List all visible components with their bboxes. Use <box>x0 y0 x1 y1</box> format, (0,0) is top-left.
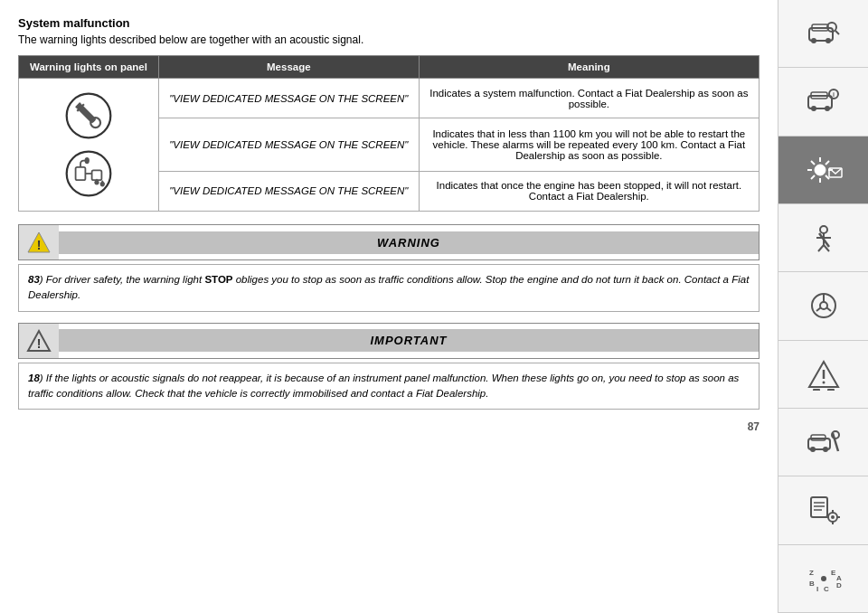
warning-banner: ! WARNING <box>18 224 760 260</box>
svg-point-22 <box>811 106 816 111</box>
steering-icon <box>804 289 844 322</box>
warning-lights-icon <box>804 154 844 186</box>
important-text: ) If the lights or acoustic signals do n… <box>28 373 739 399</box>
sidebar-item-steering[interactable] <box>778 272 868 340</box>
svg-point-49 <box>822 381 825 383</box>
car-tools-icon <box>804 426 844 458</box>
important-content: 18) If the lights or acoustic signals do… <box>18 363 760 410</box>
warning-text-before: ) For driver safety, the warning light <box>40 274 205 285</box>
svg-point-23 <box>825 106 830 111</box>
table-message-3: "VIEW DEDICATED MESSAGE ON THE SCREEN" <box>158 171 419 211</box>
svg-text:C: C <box>824 585 829 593</box>
svg-text:Z: Z <box>809 569 814 577</box>
svg-line-46 <box>826 307 831 311</box>
svg-rect-6 <box>76 167 86 180</box>
table-header-col3: Meaning <box>419 56 759 79</box>
sidebar-item-car-search[interactable] <box>778 0 868 68</box>
svg-text:I: I <box>816 585 818 593</box>
engine-fluid-icon <box>64 149 113 198</box>
warning-content: 83) For driver safety, the warning light… <box>18 264 760 312</box>
warning-triangle-icon: ! <box>19 225 59 259</box>
right-sidebar: i <box>778 0 868 613</box>
safety-icon <box>804 222 844 254</box>
sidebar-item-hazard[interactable] <box>778 341 868 409</box>
svg-text:i: i <box>833 91 835 98</box>
important-number: 18 <box>28 373 40 383</box>
table-meaning-1: Indicates a system malfunction. Contact … <box>419 79 759 118</box>
svg-line-56 <box>833 433 838 451</box>
svg-point-63 <box>831 515 835 519</box>
svg-point-75 <box>821 576 826 581</box>
table-header-col2: Message <box>158 56 419 79</box>
table-meaning-3: Indicates that once the engine has been … <box>419 171 759 211</box>
svg-line-45 <box>816 307 821 311</box>
svg-point-17 <box>826 38 831 43</box>
svg-point-16 <box>811 38 816 43</box>
important-triangle-icon: ! <box>19 324 59 358</box>
svg-text:D: D <box>836 581 842 589</box>
svg-text:!: ! <box>37 336 42 351</box>
sidebar-item-settings[interactable] <box>778 476 868 544</box>
sidebar-item-warning-lights[interactable] <box>778 137 868 204</box>
settings-gear-icon <box>804 494 844 526</box>
svg-line-39 <box>818 245 824 251</box>
car-search-icon <box>804 17 844 50</box>
svg-line-34 <box>811 175 815 179</box>
warning-table: Warning lights on panel Message Meaning <box>18 55 760 212</box>
sidebar-item-map[interactable]: Z B I C E A D <box>778 545 868 613</box>
wrench-icon <box>64 91 113 140</box>
svg-rect-50 <box>813 389 820 391</box>
svg-rect-51 <box>827 389 835 391</box>
hazard-icon <box>804 358 844 391</box>
table-message-2: "VIEW DEDICATED MESSAGE ON THE SCREEN" <box>158 118 419 172</box>
table-message-1: "VIEW DEDICATED MESSAGE ON THE SCREEN" <box>158 79 419 118</box>
main-content: System malfunction The warning lights de… <box>0 0 778 613</box>
svg-point-55 <box>823 447 828 452</box>
page-number: 87 <box>18 420 760 433</box>
sidebar-item-safety[interactable] <box>778 204 868 272</box>
svg-point-26 <box>815 165 826 175</box>
svg-text:B: B <box>809 580 815 588</box>
triangle-important-icon: ! <box>26 328 52 354</box>
sidebar-item-car-tools[interactable] <box>778 409 868 476</box>
warning-icon-cell <box>19 79 159 212</box>
svg-rect-58 <box>811 497 827 517</box>
sidebar-item-car-info[interactable]: i <box>778 68 868 136</box>
important-banner: ! IMPORTANT <box>18 323 760 359</box>
section-subtitle: The warning lights described below are t… <box>18 33 760 46</box>
table-meaning-2: Indicates that in less than 1100 km you … <box>419 118 759 172</box>
section-title: System malfunction <box>18 16 760 30</box>
svg-line-33 <box>826 161 829 165</box>
table-header-col1: Warning lights on panel <box>19 56 159 79</box>
svg-text:!: ! <box>37 238 42 252</box>
svg-line-19 <box>835 31 839 34</box>
important-label: IMPORTANT <box>59 329 759 352</box>
svg-point-54 <box>810 447 816 452</box>
svg-line-31 <box>811 161 815 165</box>
svg-point-36 <box>820 226 827 233</box>
warning-number: 83 <box>28 274 40 285</box>
svg-point-9 <box>84 157 89 164</box>
warning-bold-text: STOP <box>204 274 232 285</box>
map-icon: Z B I C E A D <box>804 562 844 595</box>
warning-label: WARNING <box>59 231 759 254</box>
table-row: "VIEW DEDICATED MESSAGE ON THE SCREEN" I… <box>19 79 760 118</box>
car-info-icon: i <box>804 85 844 118</box>
icon-row <box>28 84 149 205</box>
triangle-warning-icon: ! <box>26 230 52 255</box>
